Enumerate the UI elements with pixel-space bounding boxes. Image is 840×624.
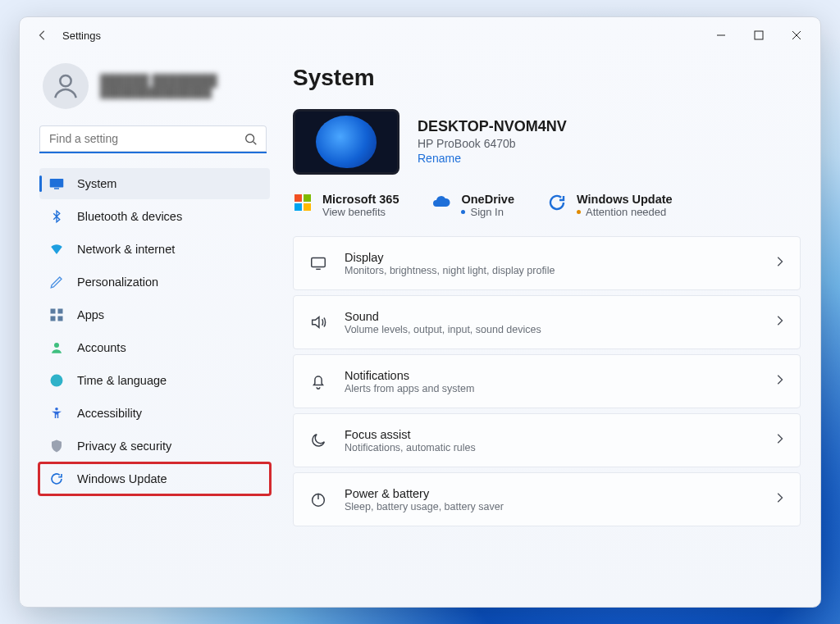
card-title: Sound [345, 310, 757, 323]
svg-rect-3 [50, 179, 64, 188]
windows-update-icon [547, 193, 567, 212]
sidebar-item-label: Personalization [77, 276, 158, 289]
status-sub: Attention needed [577, 206, 673, 218]
sidebar-item-accessibility[interactable]: Accessibility [39, 398, 270, 429]
svg-rect-6 [58, 309, 63, 314]
status-title: Windows Update [577, 193, 673, 206]
search-input[interactable] [39, 125, 267, 153]
status-wu[interactable]: Windows UpdateAttention needed [547, 193, 673, 218]
bluetooth-icon [49, 209, 64, 224]
svg-rect-7 [51, 317, 56, 321]
card-sub: Sleep, battery usage, battery saver [345, 501, 757, 512]
card-sub: Alerts from apps and system [345, 383, 757, 394]
close-button[interactable] [778, 22, 815, 48]
sidebar-item-label: System [77, 177, 116, 190]
card-title: Display [345, 251, 757, 264]
sidebar-item-network[interactable]: Network & internet [39, 234, 270, 265]
titlebar: Settings [20, 17, 820, 53]
sidebar-item-label: Network & internet [77, 243, 175, 256]
accounts-icon [49, 340, 64, 355]
sidebar-item-accounts[interactable]: Accounts [39, 332, 270, 363]
minimize-button[interactable] [702, 22, 740, 48]
moon-icon [309, 431, 327, 449]
status-title: OneDrive [461, 193, 514, 206]
sidebar-item-label: Privacy & security [77, 440, 171, 453]
minimize-icon [716, 30, 726, 40]
time-icon [49, 373, 64, 388]
system-icon [49, 176, 64, 191]
rename-link[interactable]: Rename [418, 152, 461, 165]
card-title: Notifications [345, 369, 757, 382]
profile-text: ██████ ████████ ████████████████ [100, 74, 217, 98]
sidebar-item-label: Windows Update [77, 472, 167, 485]
svg-point-11 [55, 408, 58, 411]
chevron-right-icon [774, 374, 785, 389]
profile-name: ██████ ████████ [100, 74, 217, 87]
avatar [43, 63, 89, 109]
microsoft-365-icon [294, 194, 311, 211]
sidebar-item-system[interactable]: System [39, 168, 270, 199]
card-title: Power & battery [345, 487, 757, 500]
sidebar-item-apps[interactable]: Apps [39, 299, 270, 330]
privacy-icon [49, 439, 64, 453]
card-sound[interactable]: SoundVolume levels, output, input, sound… [293, 295, 801, 349]
maximize-icon [754, 30, 764, 40]
close-icon [792, 30, 801, 40]
device-info: DESKTOP-NVOM4NV HP ProBook 6470b Rename [418, 118, 567, 166]
settings-cards: DisplayMonitors, brightness, night light… [293, 236, 801, 526]
wallpaper-bloom-icon [316, 116, 377, 168]
svg-point-9 [54, 343, 59, 348]
sidebar-item-bluetooth[interactable]: Bluetooth & devices [39, 201, 270, 232]
svg-point-1 [60, 75, 71, 86]
sidebar-item-personalization[interactable]: Personalization [39, 266, 270, 298]
status-m365[interactable]: Microsoft 365View benefits [293, 193, 399, 218]
maximize-button[interactable] [740, 22, 778, 48]
chevron-right-icon [774, 492, 785, 507]
device-thumbnail[interactable] [293, 109, 399, 175]
chevron-right-icon [774, 315, 785, 330]
status-sub: Sign In [461, 206, 514, 218]
display-icon [309, 254, 327, 272]
card-focus[interactable]: Focus assistNotifications, automatic rul… [293, 413, 801, 467]
card-power[interactable]: Power & batterySleep, battery usage, bat… [293, 472, 801, 526]
profile-block[interactable]: ██████ ████████ ████████████████ [39, 57, 270, 124]
svg-point-2 [246, 134, 254, 143]
sidebar-item-time[interactable]: Time & language [39, 365, 270, 396]
page-title: System [293, 65, 801, 91]
search-box[interactable] [39, 125, 267, 153]
device-row: DESKTOP-NVOM4NV HP ProBook 6470b Rename [293, 109, 801, 175]
sidebar-item-label: Accessibility [77, 407, 142, 420]
apps-icon [49, 307, 64, 322]
svg-rect-4 [54, 188, 59, 189]
status-sub: View benefits [322, 206, 399, 218]
accessibility-icon [49, 406, 64, 421]
device-model: HP ProBook 6470b [418, 137, 567, 150]
arrow-left-icon [37, 30, 48, 41]
card-display[interactable]: DisplayMonitors, brightness, night light… [293, 236, 801, 290]
sound-icon [309, 313, 327, 331]
back-button[interactable] [31, 24, 54, 47]
status-onedrive[interactable]: OneDriveSign In [431, 193, 514, 218]
search-icon [244, 132, 258, 150]
profile-email: ████████████████ [100, 87, 217, 98]
onedrive-icon [431, 193, 451, 212]
chevron-right-icon [774, 256, 785, 271]
svg-point-10 [51, 375, 63, 387]
card-notif[interactable]: NotificationsAlerts from apps and system [293, 354, 801, 408]
sidebar-item-label: Accounts [77, 341, 126, 354]
svg-rect-0 [755, 31, 763, 39]
sidebar-item-update[interactable]: Windows Update [39, 463, 270, 494]
main-panel: System DESKTOP-NVOM4NV HP ProBook 6470b … [278, 53, 820, 607]
status-row: Microsoft 365View benefitsOneDriveSign I… [293, 193, 801, 218]
bell-icon [309, 372, 327, 390]
status-title: Microsoft 365 [322, 193, 399, 206]
card-title: Focus assist [345, 428, 757, 441]
chevron-right-icon [774, 433, 785, 448]
card-sub: Notifications, automatic rules [345, 442, 757, 453]
power-icon [309, 490, 327, 508]
svg-rect-12 [312, 258, 326, 267]
device-name: DESKTOP-NVOM4NV [418, 118, 567, 135]
sidebar-item-privacy[interactable]: Privacy & security [39, 430, 270, 462]
card-sub: Volume levels, output, input, sound devi… [345, 324, 757, 335]
update-icon [49, 471, 64, 486]
